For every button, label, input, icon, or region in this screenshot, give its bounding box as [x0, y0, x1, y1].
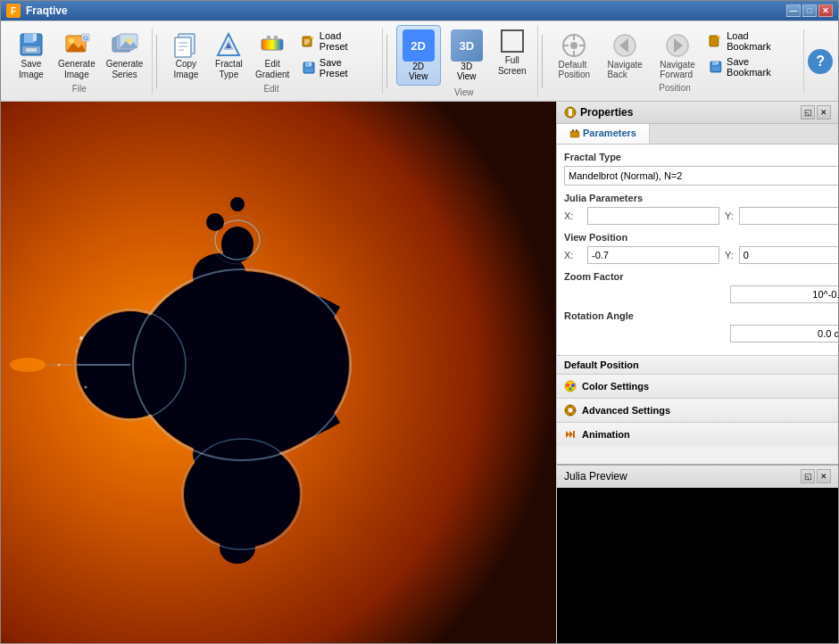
navigate-forward-icon	[663, 31, 692, 60]
fractal-type-label: FractalType	[215, 59, 243, 80]
animation-section: Animation	[557, 422, 838, 446]
color-settings-header[interactable]: Color Settings	[557, 375, 838, 398]
3d-view-label: 3D View	[451, 62, 483, 81]
svg-rect-50	[712, 62, 717, 65]
julia-y-label: Y:	[725, 211, 734, 221]
default-position-label: Default Position	[564, 359, 639, 370]
svg-marker-91	[566, 431, 569, 438]
3d-view-button[interactable]: 3D 3D View	[444, 25, 489, 86]
separator-1	[156, 35, 157, 88]
save-preset-button[interactable]: Save Preset	[296, 55, 377, 80]
copy-image-button[interactable]: CopyImage	[166, 29, 205, 82]
view-y-label: Y:	[725, 250, 734, 260]
svg-rect-26	[274, 36, 278, 40]
svg-rect-88	[569, 413, 570, 416]
window-controls: — □ ✕	[786, 4, 833, 17]
view-group-label: View	[454, 87, 474, 97]
main-window: F Fraqtive — □ ✕ SaveImage	[0, 0, 839, 644]
help-button[interactable]: ?	[808, 49, 833, 74]
julia-parameters-label: Julia Parameters	[564, 193, 838, 203]
animation-icon	[564, 428, 577, 441]
copy-image-label: CopyImage	[173, 59, 198, 80]
2d-view-label: 2D View	[403, 62, 435, 81]
default-position-section[interactable]: Default Position ▼	[557, 355, 838, 374]
generate-series-icon	[111, 30, 139, 59]
rotation-angle-input[interactable]	[730, 325, 838, 343]
generate-image-icon: G	[62, 30, 91, 59]
fractal-image	[1, 102, 556, 643]
copy-image-icon	[171, 30, 200, 59]
generate-series-label: GenerateSeries	[106, 59, 144, 80]
generate-image-button[interactable]: G GenerateImage	[54, 29, 99, 82]
julia-params-row: X: Y:	[564, 207, 838, 225]
advanced-settings-header[interactable]: Advanced Settings	[557, 399, 838, 422]
rotation-angle-row: ▲ ▼	[564, 325, 838, 343]
load-bookmark-icon	[709, 34, 723, 48]
animation-header[interactable]: Animation	[557, 423, 838, 446]
view-x-input[interactable]	[587, 246, 719, 264]
julia-close-button[interactable]: ✕	[817, 469, 831, 483]
svg-rect-80	[576, 129, 577, 132]
full-screen-button[interactable]: FullScreen	[493, 25, 532, 78]
julia-x-input[interactable]	[587, 207, 719, 225]
advanced-settings-section: Advanced Settings	[557, 398, 838, 422]
fractal-type-button[interactable]: FractalType	[209, 29, 248, 82]
navigate-back-button[interactable]: NavigateBack	[601, 29, 650, 81]
edit-gradient-label: EditGradient	[255, 59, 289, 80]
edit-gradient-icon	[258, 30, 287, 59]
save-bookmark-button[interactable]: Save Bookmark	[705, 55, 798, 78]
view-y-input[interactable]	[739, 246, 838, 264]
svg-rect-87	[569, 405, 570, 408]
default-position-button[interactable]: DefaultPosition	[552, 29, 597, 81]
svg-point-38	[570, 42, 577, 49]
svg-point-83	[571, 384, 575, 387]
svg-rect-17	[175, 37, 191, 57]
svg-rect-93	[573, 431, 575, 438]
navigate-forward-label: NavigateForward	[660, 60, 694, 79]
fractal-canvas[interactable]	[1, 102, 556, 643]
default-position-icon	[560, 31, 588, 60]
julia-preview-panel: Julia Preview ◱ ✕	[557, 465, 838, 643]
zoom-factor-input[interactable]	[730, 285, 838, 303]
julia-canvas[interactable]	[557, 488, 838, 643]
svg-point-65	[206, 213, 224, 231]
edit-gradient-button[interactable]: EditGradient	[252, 29, 292, 82]
fractal-type-input[interactable]	[564, 166, 838, 186]
animation-label: Animation	[582, 429, 630, 440]
julia-float-button[interactable]: ◱	[801, 469, 815, 483]
color-settings-section: Color Settings	[557, 374, 838, 398]
svg-rect-77	[569, 109, 572, 116]
generate-series-button[interactable]: GenerateSeries	[103, 29, 147, 82]
svg-point-59	[184, 441, 300, 548]
tab-parameters[interactable]: Parameters	[557, 124, 650, 144]
svg-point-66	[230, 197, 245, 211]
separator-2	[386, 35, 387, 88]
2d-view-button[interactable]: 2D 2D View	[396, 25, 441, 86]
svg-marker-92	[569, 431, 573, 438]
load-preset-icon	[302, 34, 316, 48]
svg-rect-2	[33, 34, 37, 41]
default-position-label: DefaultPosition	[558, 60, 590, 79]
properties-close-button[interactable]: ✕	[817, 105, 831, 120]
color-settings-label: Color Settings	[582, 381, 649, 392]
save-preset-icon	[302, 61, 316, 75]
close-button[interactable]: ✕	[818, 4, 833, 17]
file-group-label: File	[72, 84, 87, 94]
maximize-button[interactable]: □	[802, 4, 817, 17]
color-settings-icon	[564, 380, 577, 392]
save-image-button[interactable]: SaveImage	[12, 29, 51, 82]
svg-point-74	[76, 351, 78, 352]
properties-float-button[interactable]: ◱	[801, 105, 815, 120]
panel-tabs: Parameters	[557, 124, 838, 144]
julia-y-input[interactable]	[739, 207, 838, 225]
load-preset-button[interactable]: Load Preset	[296, 29, 377, 54]
minimize-button[interactable]: —	[786, 4, 801, 17]
svg-rect-25	[267, 36, 270, 40]
navigate-back-icon	[611, 31, 639, 60]
load-bookmark-button[interactable]: Load Bookmark	[705, 29, 798, 53]
load-bookmark-label: Load Bookmark	[727, 30, 794, 52]
save-bookmark-icon	[709, 60, 723, 74]
svg-rect-90	[573, 409, 576, 410]
separator-3	[542, 35, 543, 88]
navigate-forward-button[interactable]: NavigateForward	[653, 29, 702, 81]
